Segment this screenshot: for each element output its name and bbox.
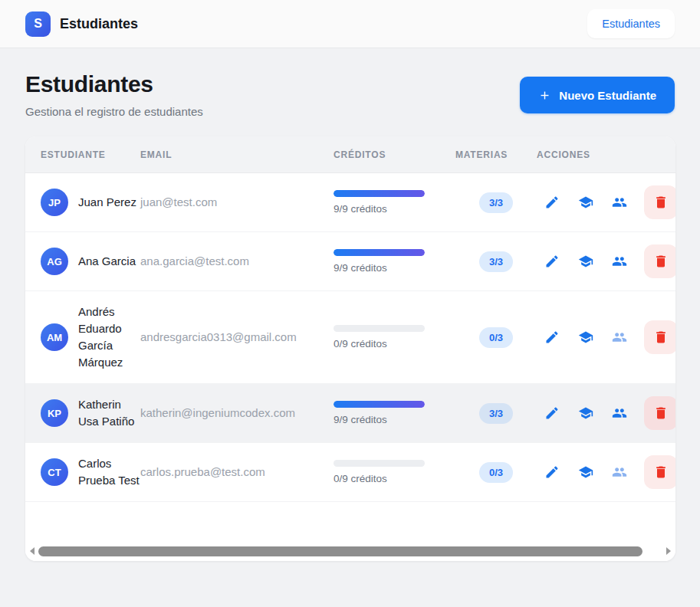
credits-label: 9/9 créditos [334, 414, 455, 425]
app-title: Estudiantes [60, 16, 138, 32]
groups-button[interactable] [612, 464, 627, 480]
student-email: juan@test.com [140, 195, 217, 208]
credits-progress-bar [334, 401, 425, 408]
materias-badge: 3/3 [479, 192, 513, 213]
materias-badge: 3/3 [479, 251, 513, 272]
student-cell: AM Andrés Eduardo García Márquez [41, 304, 140, 371]
credits-progress-bar [334, 460, 425, 467]
edit-button[interactable] [544, 254, 560, 269]
subjects-button[interactable] [578, 195, 593, 210]
column-header-email: Email [140, 149, 334, 160]
materias-badge: 3/3 [479, 403, 513, 424]
avatar-initials: AG [47, 256, 62, 267]
credits-label: 9/9 créditos [334, 262, 455, 274]
groups-icon [612, 254, 627, 269]
delete-button[interactable] [644, 185, 675, 219]
groups-button[interactable] [612, 405, 627, 421]
delete-button[interactable] [644, 320, 675, 354]
table-row: AG Ana Garcia ana.garcia@test.com 9/9 cr… [25, 232, 675, 291]
column-header-acciones: Acciones [537, 149, 590, 160]
column-header-materias: Materias [455, 149, 537, 160]
edit-pencil-icon [544, 464, 560, 480]
student-email: katherin@ingeniumcodex.com [140, 406, 295, 419]
groups-icon [612, 330, 627, 345]
plus-icon [538, 89, 551, 102]
avatar-initials: KP [48, 408, 61, 419]
avatar-initials: CT [48, 467, 61, 478]
new-student-button-label: Nuevo Estudiante [559, 89, 656, 102]
delete-button[interactable] [644, 396, 675, 430]
credits-progress-fill [334, 190, 425, 197]
edit-button[interactable] [544, 405, 560, 421]
table-row: CT Carlos Prueba Test carlos.prueba@test… [25, 443, 675, 502]
nav-estudiantes-button[interactable]: Estudiantes [587, 9, 675, 38]
trash-icon [653, 195, 669, 210]
materias-badge: 0/3 [479, 462, 513, 483]
avatar: CT [41, 458, 68, 486]
student-cell: KP Katherin Usa Patiño [41, 396, 140, 430]
edit-button[interactable] [544, 195, 560, 210]
table-row: AM Andrés Eduardo García Márquez andresg… [25, 291, 675, 384]
credits-progress-bar [334, 190, 425, 197]
student-email: andresgarcia0313@gmail.com [140, 330, 297, 343]
student-name: Juan Perez [78, 194, 136, 211]
credits-label: 9/9 créditos [334, 203, 455, 215]
subjects-button[interactable] [578, 254, 593, 269]
edit-pencil-icon [544, 254, 560, 269]
student-name: Ana Garcia [78, 253, 136, 270]
subjects-button[interactable] [578, 405, 593, 421]
table-header-row: Estudiante Email Créditos Materias Accio… [25, 136, 675, 173]
column-header-estudiante: Estudiante [25, 149, 140, 160]
delete-button[interactable] [644, 244, 675, 278]
student-cell: CT Carlos Prueba Test [41, 455, 140, 489]
page-title: Estudiantes [25, 71, 203, 97]
edit-pencil-icon [544, 405, 560, 421]
page-subtitle: Gestiona el registro de estudiantes [25, 105, 203, 118]
trash-icon [653, 254, 669, 269]
school-cap-icon [578, 330, 593, 345]
credits-progress-bar [334, 249, 425, 256]
subjects-button[interactable] [578, 330, 593, 345]
avatar: JP [41, 189, 68, 216]
groups-button[interactable] [612, 254, 627, 269]
horizontal-scrollbar [25, 541, 675, 561]
credits-progress-bar [334, 325, 425, 332]
credits-progress-fill [334, 249, 425, 256]
scroll-left-arrow-icon[interactable] [28, 546, 37, 556]
app-logo: S [25, 11, 51, 37]
school-cap-icon [578, 254, 593, 269]
scroll-right-arrow-icon[interactable] [664, 546, 673, 556]
groups-icon [612, 195, 627, 210]
credits-progress-fill [334, 401, 425, 408]
avatar-initials: JP [48, 197, 61, 208]
groups-button[interactable] [612, 330, 627, 345]
student-name: Andrés Eduardo García Márquez [78, 304, 140, 371]
school-cap-icon [578, 195, 593, 210]
trash-icon [653, 330, 669, 345]
groups-icon [612, 464, 627, 480]
credits-label: 0/9 créditos [334, 338, 455, 349]
topbar: S Estudiantes Estudiantes [0, 0, 700, 48]
student-email: ana.garcia@test.com [140, 254, 249, 267]
groups-icon [612, 405, 627, 421]
subjects-button[interactable] [578, 464, 593, 480]
credits-label: 0/9 créditos [334, 473, 455, 484]
scrollbar-thumb[interactable] [38, 546, 642, 556]
table-row: KP Katherin Usa Patiño katherin@ingenium… [25, 384, 675, 443]
app-logo-letter: S [34, 17, 42, 31]
school-cap-icon [578, 464, 593, 480]
delete-button[interactable] [644, 455, 675, 489]
table-body: JP Juan Perez juan@test.com 9/9 créditos… [25, 173, 675, 502]
new-student-button[interactable]: Nuevo Estudiante [520, 77, 675, 113]
edit-button[interactable] [544, 464, 560, 480]
student-email: carlos.prueba@test.com [140, 465, 265, 478]
edit-button[interactable] [544, 330, 560, 345]
student-name: Carlos Prueba Test [78, 455, 140, 489]
student-cell: AG Ana Garcia [41, 248, 140, 275]
page-header: Estudiantes Gestiona el registro de estu… [0, 48, 700, 118]
edit-pencil-icon [544, 330, 560, 345]
trash-icon [653, 405, 669, 421]
avatar: AG [41, 248, 68, 275]
students-table-card: Estudiante Email Créditos Materias Accio… [25, 136, 675, 561]
groups-button[interactable] [612, 195, 627, 210]
